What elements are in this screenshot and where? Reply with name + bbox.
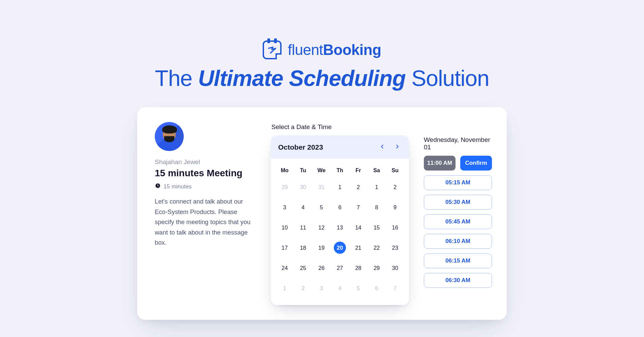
time-slot[interactable]: 05:15 AM <box>424 175 492 190</box>
calendar-dow: Mo <box>275 163 294 177</box>
calendar-dow: Sa <box>368 163 386 177</box>
calendar-day: 4 <box>331 278 349 298</box>
calendar-dow: Tu <box>294 163 313 177</box>
calendar-day[interactable]: 9 <box>386 197 404 217</box>
calendar-day: 31 <box>312 177 331 197</box>
calendar-day[interactable]: 14 <box>349 217 368 238</box>
calendar-day[interactable]: 6 <box>331 197 349 217</box>
calendar-day[interactable]: 24 <box>275 258 294 278</box>
chevron-right-icon <box>394 144 400 150</box>
confirm-button[interactable]: Confirm <box>460 156 492 171</box>
brand-name: fluentBooking <box>288 41 381 58</box>
calendar: October 2023 MoTuWeThFrSaSu2930311212345… <box>271 135 409 305</box>
calendar-dow: Fr <box>349 163 368 177</box>
host-avatar <box>155 122 184 151</box>
selected-time-chip[interactable]: 11:00 AM <box>424 156 456 171</box>
calendar-day[interactable]: 22 <box>368 238 386 258</box>
calendar-day[interactable]: 19 <box>312 238 331 258</box>
time-slot[interactable]: 06:30 AM <box>424 273 492 288</box>
page-headline: The Ultimate Scheduling Solution <box>155 65 489 91</box>
calendar-day: 3 <box>312 278 331 298</box>
calendar-day[interactable]: 28 <box>349 258 368 278</box>
calendar-day: 6 <box>368 278 386 298</box>
calendar-next-button[interactable] <box>393 142 402 152</box>
calendar-day[interactable]: 15 <box>368 217 386 238</box>
calendar-day: 5 <box>349 278 368 298</box>
calendar-day: 2 <box>294 278 313 298</box>
meeting-info: Shajahan Jewel 15 minutes Meeting 15 min… <box>155 122 256 305</box>
calendar-dow: We <box>312 163 331 177</box>
calendar-day[interactable]: 7 <box>349 197 368 217</box>
meeting-description: Let's connect and talk about our Eco-Sys… <box>155 196 256 248</box>
calendar-day[interactable]: 30 <box>386 258 404 278</box>
time-slot[interactable]: 05:45 AM <box>424 214 492 229</box>
calendar-day[interactable]: 20 <box>331 238 349 258</box>
chevron-left-icon <box>379 144 385 150</box>
meeting-title: 15 minutes Meeting <box>155 168 256 179</box>
time-slots-column: Wednesday, November 01 11:00 AM Confirm … <box>424 122 492 305</box>
calendar-day[interactable]: 2 <box>349 177 368 197</box>
calendar-day[interactable]: 16 <box>386 217 404 238</box>
meeting-duration-text: 15 minutes <box>164 183 192 190</box>
calendar-month-label: October 2023 <box>278 143 323 151</box>
calendar-day[interactable]: 3 <box>275 197 294 217</box>
brand-name-light: fluent <box>288 41 323 58</box>
calendar-prev-button[interactable] <box>378 142 387 152</box>
time-slot[interactable]: 05:30 AM <box>424 195 492 210</box>
meeting-duration: 15 minutes <box>155 183 256 190</box>
calendar-day[interactable]: 23 <box>386 238 404 258</box>
calendar-day[interactable]: 25 <box>294 258 313 278</box>
calendar-day: 7 <box>386 278 404 298</box>
calendar-day[interactable]: 4 <box>294 197 313 217</box>
calendar-day[interactable]: 29 <box>368 258 386 278</box>
booking-card: Shajahan Jewel 15 minutes Meeting 15 min… <box>137 107 507 320</box>
calendar-day[interactable]: 13 <box>331 217 349 238</box>
brand-lockup: fluentBooking <box>263 40 381 59</box>
calendar-day[interactable]: 17 <box>275 238 294 258</box>
selected-date-label: Wednesday, November 01 <box>424 136 492 151</box>
calendar-day[interactable]: 21 <box>349 238 368 258</box>
calendar-dow: Su <box>386 163 404 177</box>
calendar-day: 1 <box>275 278 294 298</box>
select-date-time-label: Select a Date & Time <box>271 123 409 131</box>
calendar-day[interactable]: 5 <box>312 197 331 217</box>
host-name: Shajahan Jewel <box>155 158 256 166</box>
brand-name-bold: Booking <box>323 41 381 58</box>
calendar-day[interactable]: 27 <box>331 258 349 278</box>
calendar-day: 30 <box>294 177 313 197</box>
calendar-day[interactable]: 26 <box>312 258 331 278</box>
calendar-day: 29 <box>275 177 294 197</box>
brand-logo-icon <box>263 40 282 59</box>
calendar-day[interactable]: 8 <box>368 197 386 217</box>
clock-icon <box>155 183 161 190</box>
calendar-day[interactable]: 18 <box>294 238 313 258</box>
calendar-day[interactable]: 11 <box>294 217 313 238</box>
calendar-day[interactable]: 10 <box>275 217 294 238</box>
calendar-day[interactable]: 12 <box>312 217 331 238</box>
calendar-day[interactable]: 2 <box>386 177 404 197</box>
time-slot[interactable]: 06:10 AM <box>424 234 492 249</box>
calendar-dow: Th <box>331 163 349 177</box>
calendar-day[interactable]: 1 <box>368 177 386 197</box>
calendar-day[interactable]: 1 <box>331 177 349 197</box>
time-slot[interactable]: 06:15 AM <box>424 253 492 268</box>
